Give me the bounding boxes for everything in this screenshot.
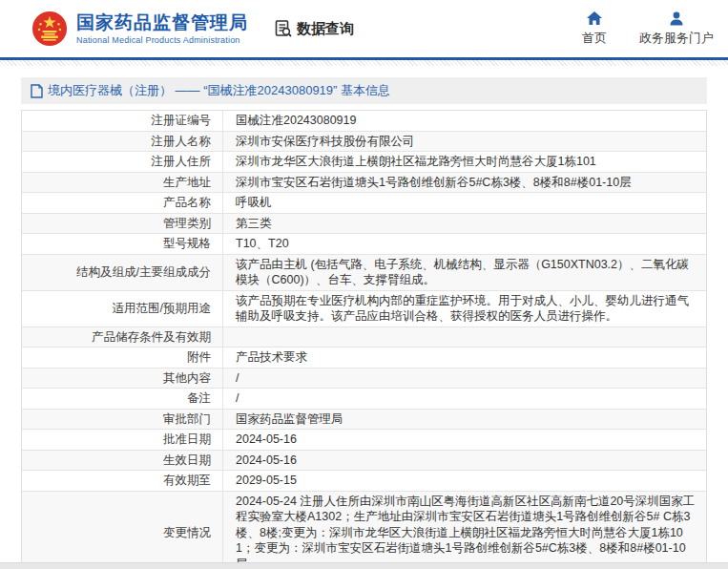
- row-label: 产品名称: [22, 193, 223, 213]
- nav-home[interactable]: 首页: [578, 11, 611, 47]
- row-value: 呼吸机: [223, 193, 706, 213]
- table-row: 附件产品技术要求: [22, 347, 706, 368]
- row-value: /: [223, 389, 706, 409]
- table-row: 注册证编号国械注准20243080919: [22, 111, 706, 131]
- row-value: 该产品预期在专业医疗机构内部的重症监护环境。用于对成人、小儿、婴幼儿进行通气辅助…: [223, 291, 706, 327]
- row-label: 备注: [22, 389, 223, 409]
- breadcrumb: 境内医疗器械（注册） —— “国械注准20243080919” 基本信息: [21, 77, 707, 104]
- row-label: 变更情况: [22, 492, 223, 569]
- row-value: 国械注准20243080919: [223, 111, 706, 131]
- row-value: 深圳市宝安区石岩街道塘头1号路创维创新谷5#C栋3楼、8楼和8#楼01-10层: [223, 173, 706, 193]
- row-label: 结构及组成/主要组成成分: [22, 255, 223, 290]
- row-label: 适用范围/预期用途: [22, 291, 223, 327]
- nav-gov-portal[interactable]: 政务服务门户: [639, 11, 714, 47]
- table-row: 变更情况2024-05-24 注册人住所由深圳市南山区粤海街道高新区社区高新南七…: [22, 491, 706, 569]
- row-value: T10、T20: [223, 234, 706, 254]
- header-nav: 首页 政务服务门户: [578, 11, 714, 47]
- table-row: 生效日期2024-05-16: [22, 450, 706, 471]
- table-row: 注册人名称深圳市安保医疗科技股份有限公司: [22, 131, 706, 152]
- row-value: 2024-05-24 注册人住所由深圳市南山区粤海街道高新区社区高新南七道20号…: [223, 492, 706, 569]
- table-row: 结构及组成/主要组成成分该产品由主机 (包括气路、电子系统、机械结构、显示器（G…: [22, 254, 706, 290]
- nav-home-label: 首页: [582, 30, 607, 47]
- data-query-button[interactable]: 数据查询: [274, 19, 354, 38]
- nav-gov-portal-label: 政务服务门户: [639, 30, 714, 47]
- row-label: 管理类别: [22, 214, 223, 234]
- row-label: 注册人名称: [22, 132, 223, 152]
- page-footer-strip: [0, 562, 728, 569]
- breadcrumb-text: 境内医疗器械（注册） —— “国械注准20243080919” 基本信息: [48, 82, 390, 99]
- table-row: 注册人住所深圳市龙华区大浪街道上横朗社区福龙路旁恒大时尚慧谷大厦1栋101: [22, 151, 706, 172]
- table-row: 适用范围/预期用途该产品预期在专业医疗机构内部的重症监护环境。用于对成人、小儿、…: [22, 290, 706, 327]
- site-header: 国家药品监督管理局 National Medical Products Admi…: [0, 0, 728, 60]
- row-value: 2024-05-16: [223, 451, 706, 471]
- table-row: 其他内容/: [22, 368, 706, 389]
- row-value: 国家药品监督管理局: [223, 410, 706, 430]
- row-value: 深圳市龙华区大浪街道上横朗社区福龙路旁恒大时尚慧谷大厦1栋101: [223, 152, 706, 172]
- row-value: [223, 327, 706, 348]
- table-row: 审批部门国家药品监督管理局: [22, 409, 706, 430]
- table-row: 管理类别第三类: [22, 213, 706, 234]
- row-label: 生产地址: [22, 173, 223, 193]
- document-icon: [31, 84, 43, 98]
- table-row: 生产地址深圳市宝安区石岩街道塘头1号路创维创新谷5#C栋3楼、8楼和8#楼01-…: [22, 172, 706, 193]
- row-value: 产品技术要求: [223, 348, 706, 368]
- doc-search-icon: [274, 19, 293, 38]
- row-label: 有效期至: [22, 471, 223, 491]
- site-logo[interactable]: 国家药品监督管理局 National Medical Products Admi…: [31, 11, 248, 47]
- brand-text: 国家药品监督管理局 National Medical Products Admi…: [76, 12, 248, 45]
- row-label: 审批部门: [22, 410, 223, 430]
- table-row: 产品名称呼吸机: [22, 192, 706, 213]
- table-row: 产品储存条件及有效期: [22, 327, 706, 348]
- row-value: 该产品由主机 (包括气路、电子系统、机械结构、显示器（G150XTN03.2）、…: [223, 255, 706, 290]
- row-value: /: [223, 369, 706, 389]
- home-icon: [587, 11, 602, 26]
- row-value: 2029-05-15: [223, 471, 706, 491]
- row-label: 产品储存条件及有效期: [22, 327, 223, 348]
- national-emblem-icon: [31, 11, 68, 47]
- row-value: 2024-05-16: [223, 430, 706, 450]
- row-label: 其他内容: [22, 369, 223, 389]
- row-label: 注册证编号: [22, 111, 223, 131]
- info-table: 注册证编号国械注准20243080919注册人名称深圳市安保医疗科技股份有限公司…: [21, 110, 707, 569]
- org-name-cn: 国家药品监督管理局: [76, 12, 248, 33]
- table-row: 型号规格T10、T20: [22, 233, 706, 254]
- row-label: 型号规格: [22, 234, 223, 254]
- row-label: 生效日期: [22, 451, 223, 471]
- row-label: 批准日期: [22, 430, 223, 450]
- row-value: 深圳市安保医疗科技股份有限公司: [223, 132, 706, 152]
- row-label: 附件: [22, 348, 223, 368]
- row-value: 第三类: [223, 214, 706, 234]
- org-name-en: National Medical Products Administration: [76, 35, 248, 45]
- table-row: 有效期至2029-05-15: [22, 470, 706, 491]
- header-hatch-divider: [0, 60, 728, 66]
- table-row: 备注/: [22, 388, 706, 409]
- data-query-label: 数据查询: [297, 20, 354, 38]
- row-label: 注册人住所: [22, 152, 223, 172]
- user-icon: [669, 11, 684, 26]
- table-row: 批准日期2024-05-16: [22, 429, 706, 450]
